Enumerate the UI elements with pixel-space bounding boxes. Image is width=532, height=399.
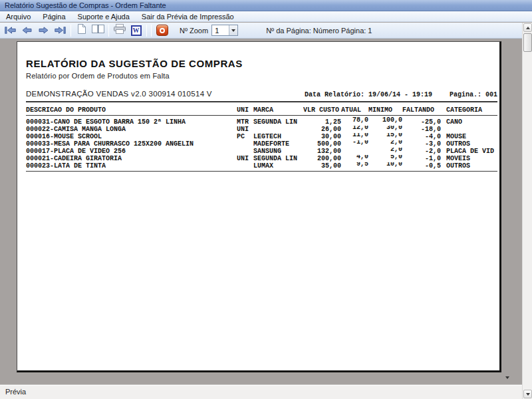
- cell-uni: [237, 140, 253, 148]
- cell-marca: SEGUNDA LIN: [253, 116, 303, 126]
- power-icon: [156, 25, 168, 36]
- cell-desc: 000033-MESA PARA CHURRASCO 125X200 ANGEL…: [26, 140, 237, 148]
- table-row: 000017-PLACA DE VÍDEO 256SANSUNG132,002,…: [26, 148, 497, 155]
- status-text: Prévia: [5, 388, 26, 396]
- chevron-down-icon: [231, 29, 235, 32]
- table-row: 000021-CADEIRA GIRATORIAUNISEGUNDA LIN20…: [26, 155, 497, 162]
- cell-marca: LEGTECH: [253, 133, 303, 140]
- cell-value: 9,5: [356, 162, 368, 168]
- cell-categoria: MOUSE: [441, 133, 497, 140]
- cell-vlr: 30,00: [303, 133, 341, 140]
- cell-uni: UNI: [237, 155, 253, 162]
- cell-desc: 000022-CAMISA MANGA LONGA: [26, 126, 237, 133]
- cell-atual: 4,0: [341, 155, 368, 162]
- report-page-number: Pagina.: 001: [450, 91, 497, 98]
- scroll-down-button[interactable]: [503, 373, 511, 382]
- report-title: RELATÓRIO DA SUGESTÃO DE COMPRAS: [26, 58, 499, 69]
- next-page-icon: [39, 25, 49, 37]
- column-header-faltando: FALTANDO: [402, 106, 441, 116]
- cell-vlr: 132,00: [303, 148, 341, 155]
- cell-desc: 000016-MOUSE SCROOL: [26, 133, 237, 140]
- table-row: 000031-CANO DE ESGOTO BARRA 150 2ª LINHA…: [26, 116, 497, 126]
- cell-minimo: 2,0: [368, 140, 402, 148]
- facing-pages-icon: [92, 24, 104, 37]
- cell-desc: 000017-PLACA DE VÍDEO 256: [26, 148, 237, 155]
- column-header-marca: MARCA: [253, 106, 303, 116]
- cell-minimo: 100,0: [368, 116, 402, 126]
- cell-value: 30,0: [386, 126, 402, 131]
- cell-uni: [237, 162, 253, 170]
- cell-categoria: OUTROS: [441, 140, 497, 148]
- word-icon-letter: W: [133, 27, 140, 34]
- table-header-row: DESCRICAO DO PRODUTO UNI MARCA VLR CUSTO…: [26, 106, 497, 116]
- vertical-scrollbar[interactable]: [522, 23, 532, 399]
- facing-pages-view-button[interactable]: [90, 23, 106, 37]
- single-page-view-button[interactable]: [73, 23, 90, 37]
- cell-atual: 11,0: [341, 133, 368, 140]
- first-page-button[interactable]: [2, 23, 19, 37]
- print-button[interactable]: [111, 23, 128, 37]
- menu-bar: Arquivo Página Suporte e Ajuda Sair da P…: [0, 11, 532, 22]
- cell-categoria: PLACA DE VÍD: [441, 148, 497, 155]
- scroll-down-button[interactable]: [523, 390, 532, 398]
- chevron-down-icon: [505, 376, 509, 379]
- prev-page-button[interactable]: [19, 23, 35, 37]
- chevron-up-icon: [526, 27, 530, 29]
- menu-item-suporte-e-ajuda[interactable]: Suporte e Ajuda: [72, 11, 136, 22]
- toolbar-separator: [151, 25, 152, 37]
- next-page-button[interactable]: [35, 23, 52, 37]
- cell-value: 12,0: [352, 126, 368, 131]
- cell-categoria: MÓVEIS: [441, 155, 497, 162]
- cell-vlr: 200,00: [303, 155, 341, 162]
- printer-icon: [114, 24, 126, 37]
- table-row: 000022-CAMISA MANGA LONGAUNI26,0012,030,…: [26, 126, 497, 133]
- page-info-label: Nº da Página: Número Página: 1: [266, 27, 372, 35]
- cell-marca: LUMAX: [253, 162, 303, 170]
- last-page-button[interactable]: [52, 23, 68, 37]
- export-word-button[interactable]: W: [128, 23, 144, 37]
- zoom-select[interactable]: 1: [211, 25, 238, 36]
- report-subtitle: Relatório por Ordem de Produtos em Falta: [26, 72, 499, 80]
- cell-minimo: 30,0: [368, 126, 402, 133]
- zoom-value: 1: [212, 27, 229, 35]
- report-date: Data Relatório: 19/06/14 - 19:19: [305, 91, 432, 98]
- table-row: 000033-MESA PARA CHURRASCO 125X200 ANGEL…: [26, 140, 497, 148]
- menu-item-sair-da-previa[interactable]: Sair da Prévia de Impressão: [136, 11, 240, 22]
- cell-uni: UNI: [237, 126, 253, 133]
- column-header-desc: DESCRICAO DO PRODUTO: [26, 106, 237, 116]
- preview-area: RELATÓRIO DA SUGESTÃO DE COMPRAS Relatór…: [0, 39, 522, 384]
- cell-vlr: 1,25: [303, 116, 341, 126]
- menu-item-arquivo[interactable]: Arquivo: [0, 11, 37, 22]
- cell-uni: MTR: [237, 116, 253, 126]
- prev-page-icon: [22, 25, 32, 37]
- cell-value: 15,0: [386, 133, 402, 138]
- menu-item-pagina[interactable]: Página: [37, 11, 71, 22]
- cell-minimo: 15,0: [368, 133, 402, 140]
- cell-value: 10,0: [386, 162, 402, 168]
- zoom-label: Nº Zoom: [180, 27, 208, 35]
- cell-marca: [253, 126, 303, 133]
- report-end-line: [26, 171, 497, 172]
- cell-minimo: 5,0: [368, 155, 402, 162]
- window-titlebar[interactable]: Relatório Sugestão de Compras - Ordem Fa…: [0, 0, 532, 11]
- cell-categoria: [441, 126, 497, 133]
- cell-vlr: 500,00: [303, 140, 341, 148]
- cell-faltando: -3,0: [402, 140, 441, 148]
- toolbar: W Nº Zoom 1 Nº da Página: Número Página:…: [0, 23, 522, 39]
- cell-desc: 000031-CANO DE ESGOTO BARRA 150 2ª LINHA: [26, 116, 237, 126]
- cell-faltando: -4,0: [402, 133, 441, 140]
- cell-value: 4,0: [356, 155, 368, 160]
- cell-value: 100,0: [382, 116, 402, 124]
- column-header-vlr-custo: VLR CUSTO: [303, 106, 341, 116]
- exit-preview-button[interactable]: [154, 23, 170, 37]
- scroll-up-button[interactable]: [523, 23, 532, 32]
- status-bar: Prévia: [0, 384, 522, 399]
- column-header-categoria: CATEGORIA: [441, 106, 497, 116]
- cell-atual: [341, 148, 368, 155]
- report-table-body: 000031-CANO DE ESGOTO BARRA 150 2ª LINHA…: [26, 116, 497, 170]
- cell-categoria: CANO: [441, 116, 497, 126]
- cell-vlr: 26,00: [303, 126, 341, 133]
- zoom-dropdown-button[interactable]: [229, 25, 237, 35]
- cell-value: 78,0: [352, 116, 368, 124]
- scrollbar-thumb[interactable]: [523, 33, 532, 52]
